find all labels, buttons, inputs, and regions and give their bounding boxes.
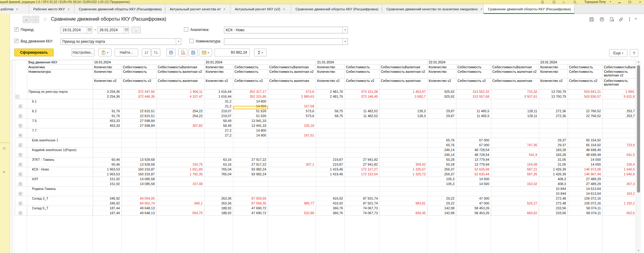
value-cell[interactable]: 29,22: [427, 201, 456, 206]
value-cell[interactable]: [122, 138, 156, 143]
value-cell[interactable]: [345, 123, 379, 128]
value-cell[interactable]: [491, 123, 539, 128]
value-cell[interactable]: 128,3: [379, 113, 427, 118]
value-cell[interactable]: 27 917,22: [233, 162, 268, 167]
value-cell[interactable]: [379, 118, 427, 123]
period-from-input[interactable]: 19.01.2024: [61, 27, 92, 33]
value-cell[interactable]: 155,18: [268, 123, 316, 128]
value-cell[interactable]: [427, 99, 456, 104]
value-cell[interactable]: [316, 99, 345, 104]
value-cell[interactable]: 573,6: [268, 109, 316, 113]
value-cell[interactable]: [316, 104, 345, 109]
value-cell[interactable]: 58 074,11: [568, 206, 602, 211]
tab-3[interactable]: Сравнение движений обороты ККУ (Расшифро…: [75, 4, 165, 14]
value-cell[interactable]: 940,1: [156, 201, 204, 206]
value-cell[interactable]: 188,92: [204, 211, 233, 215]
chevron-down-icon[interactable]: ▾: [342, 27, 348, 33]
value-cell[interactable]: 84 052,74: [122, 201, 156, 206]
value-cell[interactable]: [491, 186, 539, 191]
value-cell[interactable]: [156, 196, 204, 201]
value-cell[interactable]: [233, 138, 268, 143]
value-cell[interactable]: [345, 118, 379, 123]
value-cell[interactable]: 48 728,54: [456, 147, 491, 152]
send-email-button[interactable]: ▾: [199, 49, 212, 56]
movement-combobox[interactable]: Приход по реестру порта ▾: [61, 38, 181, 45]
value-cell[interactable]: 660,62: [491, 211, 539, 215]
back-button[interactable]: ←: [23, 16, 31, 23]
value-cell[interactable]: 47 000: [456, 201, 491, 206]
row-label[interactable]: Склад 5_Т: [27, 206, 93, 215]
value-cell[interactable]: 2 481,76: [316, 94, 345, 99]
print-preview-icon[interactable]: [609, 17, 615, 22]
value-cell[interactable]: [379, 99, 427, 104]
user-menu-chevron-icon[interactable]: ▾: [610, 0, 611, 3]
value-cell[interactable]: 587,21: [491, 167, 539, 172]
value-cell[interactable]: [316, 123, 345, 128]
value-cell[interactable]: 416,92: [316, 201, 345, 206]
value-cell[interactable]: [316, 152, 345, 157]
value-cell[interactable]: 1 419,46: [316, 172, 345, 177]
value-cell[interactable]: [268, 181, 316, 186]
expand-group-icon[interactable]: +: [19, 124, 22, 127]
scroll-down-icon[interactable]: ▼: [636, 249, 641, 253]
value-cell[interactable]: 256,37: [427, 172, 456, 177]
value-cell[interactable]: 1 426,39: [539, 167, 568, 172]
value-cell[interactable]: [602, 118, 636, 123]
value-cell[interactable]: [204, 191, 233, 196]
value-cell[interactable]: 65 154,92: [568, 138, 602, 143]
value-cell[interactable]: 416,92: [316, 196, 345, 201]
value-cell[interactable]: 27,2: [204, 133, 233, 138]
expand-group-icon[interactable]: +: [19, 134, 22, 137]
value-cell[interactable]: 554,75: [156, 211, 204, 215]
value-cell[interactable]: [122, 147, 156, 152]
value-cell[interactable]: 47 690,72: [233, 211, 268, 215]
tab-7[interactable]: Сравнение движений качество по аналитике…: [382, 4, 484, 14]
value-cell[interactable]: [427, 123, 456, 128]
value-cell[interactable]: 106 072,16: [568, 196, 602, 201]
value-cell[interactable]: 453,33: [93, 123, 122, 128]
restore-button[interactable]: [627, 0, 632, 4]
scrollbar-thumb[interactable]: [637, 65, 640, 193]
row-label[interactable]: 7.5: [27, 118, 93, 128]
form-close-icon[interactable]: ×: [635, 16, 637, 21]
more-button[interactable]: Еще ▾: [609, 49, 627, 57]
scroll-up-icon[interactable]: ▲: [636, 60, 641, 64]
value-cell[interactable]: 60,46: [93, 157, 122, 162]
value-cell[interactable]: [539, 99, 568, 104]
value-cell[interactable]: [316, 143, 345, 147]
value-cell[interactable]: [345, 191, 379, 196]
value-cell[interactable]: [268, 138, 316, 143]
value-cell[interactable]: [156, 99, 204, 104]
value-cell[interactable]: [122, 186, 156, 191]
value-cell[interactable]: [379, 128, 427, 133]
chevron-down-icon[interactable]: ▾: [342, 39, 348, 45]
row-label[interactable]: 6.2: [27, 109, 93, 118]
value-cell[interactable]: [345, 147, 379, 152]
value-cell[interactable]: 48 698,49: [568, 147, 602, 152]
help-button[interactable]: ?: [630, 49, 638, 57]
value-cell[interactable]: 14 500: [456, 177, 491, 181]
value-cell[interactable]: [268, 118, 316, 123]
value-cell[interactable]: 51 626: [233, 113, 268, 118]
value-cell[interactable]: [233, 181, 268, 186]
value-cell[interactable]: 105,3: [427, 177, 456, 181]
value-cell[interactable]: 49 648,13: [122, 206, 156, 211]
value-cell[interactable]: 1 894,: [602, 89, 636, 94]
value-cell[interactable]: [539, 133, 568, 138]
row-label[interactable]: Eisk warehouse 1: [27, 138, 93, 147]
value-cell[interactable]: 29,87: [427, 109, 456, 113]
value-cell[interactable]: 573,6: [268, 113, 316, 118]
value-cell[interactable]: 65,76: [427, 138, 456, 143]
value-cell[interactable]: [204, 147, 233, 152]
value-cell[interactable]: [93, 104, 122, 109]
value-cell[interactable]: 1 325,67: [379, 167, 427, 172]
value-cell[interactable]: [427, 186, 456, 191]
value-cell[interactable]: 87 501,74: [345, 196, 379, 201]
expand-group-icon[interactable]: +: [19, 114, 22, 118]
value-cell[interactable]: [602, 206, 636, 211]
value-cell[interactable]: 14 085,58: [122, 177, 156, 181]
value-cell[interactable]: [345, 104, 379, 109]
value-cell[interactable]: [345, 181, 379, 186]
value-cell[interactable]: 272,48: [539, 196, 568, 201]
value-cell[interactable]: 13 941,33: [233, 123, 268, 128]
